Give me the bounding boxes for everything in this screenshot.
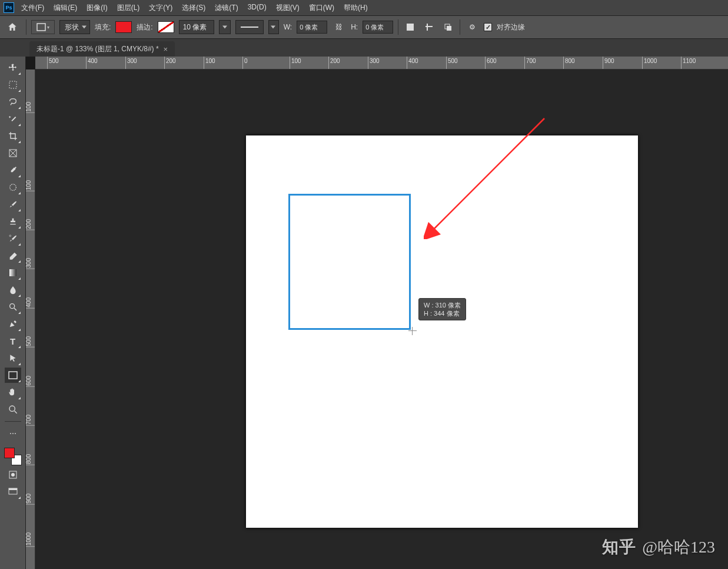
horizontal-ruler[interactable]: 5004003002001000100200300400500600700800… [35, 57, 728, 70]
ruler-tick: 900 [603, 57, 614, 69]
divider [5, 421, 21, 422]
menu-item[interactable]: 图像(I) [82, 1, 112, 15]
menu-item[interactable]: 图层(L) [112, 1, 145, 15]
menu-item[interactable]: 选择(S) [177, 1, 210, 15]
tooltip-width: W : 310 像素 [424, 301, 461, 309]
vertical-ruler[interactable]: 1001002003004005006007008009001000 [26, 70, 35, 569]
home-button[interactable] [4, 19, 21, 35]
document-tab[interactable]: 未标题-1 @ 133% (图层 1, CMYK/8#) * × [29, 41, 175, 57]
brush-tool[interactable] [5, 197, 21, 212]
svg-rect-15 [9, 372, 17, 379]
menu-bar: Ps 文件(F)编辑(E)图像(I)图层(L)文字(Y)选择(S)滤镜(T)3D… [0, 0, 728, 15]
app-logo: Ps [4, 2, 14, 13]
type-tool[interactable]: T [5, 333, 21, 349]
ruler-tick: 700 [26, 415, 35, 426]
foreground-color[interactable] [4, 448, 15, 458]
quickmask-icon[interactable] [5, 467, 21, 482]
magic-wand-tool[interactable] [5, 111, 21, 127]
color-swatches[interactable] [4, 448, 22, 465]
ruler-tick: 100 [290, 57, 301, 69]
divider [460, 19, 460, 35]
divider [26, 19, 26, 35]
ruler-tick: 1000 [26, 532, 35, 547]
svg-rect-5 [447, 26, 451, 31]
eraser-tool[interactable] [5, 248, 21, 263]
svg-point-11 [9, 235, 11, 237]
lasso-tool[interactable] [5, 94, 21, 110]
zoom-tool[interactable] [5, 402, 21, 417]
ruler-tick: 400 [407, 57, 418, 69]
move-tool[interactable] [5, 60, 21, 75]
document-canvas[interactable] [246, 135, 638, 528]
menu-item[interactable]: 视图(V) [271, 1, 304, 15]
menu-item[interactable]: 帮助(H) [339, 1, 373, 15]
align-edges-label: 对齐边缘 [497, 22, 525, 32]
document-tab-bar: 未标题-1 @ 133% (图层 1, CMYK/8#) * × [0, 39, 728, 57]
ruler-tick: 200 [26, 219, 35, 230]
hand-tool[interactable] [5, 385, 21, 400]
gradient-tool[interactable] [5, 265, 21, 280]
ruler-tick: 300 [26, 258, 35, 269]
height-field[interactable] [363, 21, 393, 34]
stroke-style-select[interactable] [235, 20, 264, 34]
ruler-tick: 1100 [681, 57, 696, 69]
screen-mode-icon[interactable] [5, 484, 21, 499]
ruler-tick: 1000 [642, 57, 657, 69]
gear-icon[interactable]: ⚙ [465, 20, 479, 34]
stroke-width-dropdown[interactable] [219, 20, 231, 34]
canvas-stage[interactable]: W : 310 像素 H : 344 像素 [35, 70, 728, 569]
divider [398, 19, 398, 35]
frame-tool[interactable] [5, 145, 21, 161]
svg-rect-12 [9, 269, 16, 276]
path-selection-tool[interactable] [5, 350, 21, 366]
marquee-tool[interactable] [5, 77, 21, 92]
blur-tool[interactable] [5, 282, 21, 297]
ruler-tick: 600 [485, 57, 497, 69]
menu-item[interactable]: 窗口(W) [304, 1, 339, 15]
stroke-label: 描边: [137, 22, 152, 32]
tools-panel: T ⋯ [0, 57, 26, 569]
healing-tool[interactable] [5, 180, 21, 195]
stroke-swatch[interactable] [158, 21, 174, 33]
menu-item[interactable]: 滤镜(T) [210, 1, 242, 15]
path-align-icon[interactable] [422, 20, 436, 34]
ruler-tick: 100 [204, 57, 215, 69]
height-label: H: [351, 23, 358, 31]
menu-item[interactable]: 3D(D) [243, 1, 271, 15]
ruler-tick: 200 [328, 57, 340, 69]
stroke-width-field[interactable] [179, 20, 214, 34]
stroke-style-dropdown[interactable] [268, 20, 279, 34]
history-brush-tool[interactable] [5, 231, 21, 246]
dodge-tool[interactable] [5, 299, 21, 315]
crop-tool[interactable] [5, 128, 21, 144]
ruler-tick: 200 [164, 57, 176, 69]
align-edges-checkbox[interactable]: ✓ [484, 23, 492, 31]
menu-item[interactable]: 文件(F) [16, 1, 49, 15]
pen-tool[interactable] [5, 316, 21, 332]
path-arrange-icon[interactable] [441, 20, 455, 34]
path-operations-icon[interactable] [403, 20, 417, 34]
width-field[interactable] [297, 21, 327, 34]
ruler-tick: 300 [125, 57, 137, 69]
tool-preset-picker[interactable]: ▾ [31, 20, 55, 34]
close-icon[interactable]: × [164, 45, 168, 54]
rectangle-tool[interactable] [5, 368, 21, 383]
ruler-tick: 500 [446, 57, 458, 69]
document-tab-title: 未标题-1 @ 133% (图层 1, CMYK/8#) * [36, 44, 159, 54]
ruler-tick: 100 [26, 102, 35, 113]
ruler-tick: 300 [368, 57, 380, 69]
ruler-tick: 500 [47, 57, 59, 69]
menu-item[interactable]: 文字(Y) [144, 1, 177, 15]
svg-rect-21 [9, 488, 17, 490]
shape-mode-select[interactable]: 形状 [59, 20, 90, 34]
menu-item[interactable]: 编辑(E) [49, 1, 82, 15]
fill-label: 填充: [95, 22, 111, 32]
eyedropper-tool[interactable] [5, 163, 21, 178]
svg-rect-3 [427, 24, 428, 31]
svg-rect-6 [9, 81, 16, 88]
link-wh-icon[interactable]: ⛓ [332, 20, 346, 34]
fill-swatch[interactable] [115, 21, 132, 33]
drawn-rectangle[interactable] [288, 194, 411, 330]
stamp-tool[interactable] [5, 214, 21, 229]
edit-toolbar-icon[interactable]: ⋯ [5, 426, 21, 441]
